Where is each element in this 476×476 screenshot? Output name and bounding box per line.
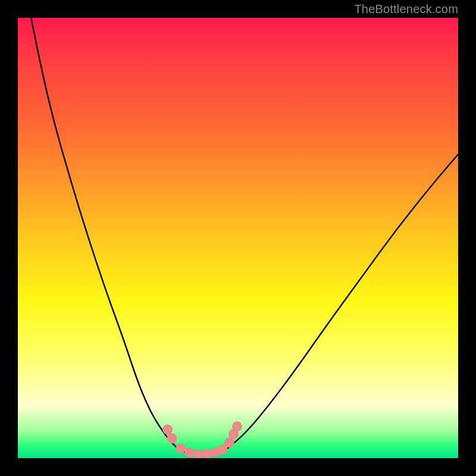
curve-marker xyxy=(162,424,173,434)
watermark-text: TheBottleneck.com xyxy=(354,2,458,16)
curve-marker xyxy=(224,438,234,448)
curve-marker xyxy=(232,421,242,431)
curve-marker xyxy=(167,433,177,443)
curve-marker xyxy=(193,449,203,458)
curve-markers xyxy=(162,421,242,458)
curve-marker xyxy=(176,443,186,453)
curve-marker xyxy=(184,447,195,458)
chart-svg xyxy=(18,18,458,458)
curve-marker xyxy=(202,449,212,458)
bottleneck-curve xyxy=(31,18,458,455)
plot-area xyxy=(18,18,458,458)
figure-container: TheBottleneck.com xyxy=(0,0,476,476)
